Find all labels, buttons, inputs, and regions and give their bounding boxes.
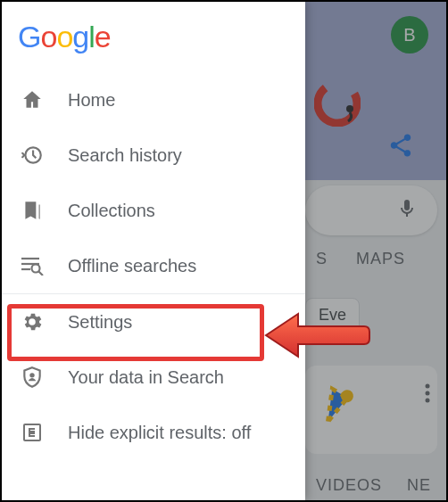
menu-hide-explicit[interactable]: Hide explicit results: off [2, 405, 305, 460]
menu-collections[interactable]: Collections [2, 183, 305, 238]
menu-your-data[interactable]: Your data in Search [2, 350, 305, 405]
svg-point-10 [32, 265, 40, 273]
menu-label: Search history [68, 145, 182, 166]
navigation-drawer: Google Home Search history Collections [2, 2, 305, 500]
menu-settings[interactable]: Settings [2, 294, 305, 350]
menu-label: Hide explicit results: off [68, 423, 251, 443]
offline-searches-icon [20, 253, 45, 278]
svg-line-11 [39, 272, 44, 276]
menu-label: Settings [68, 312, 132, 333]
menu-label: Home [68, 90, 115, 111]
google-logo: Google [2, 12, 305, 72]
home-icon [20, 87, 45, 112]
collections-icon [20, 198, 45, 223]
menu-home[interactable]: Home [2, 72, 305, 128]
gear-icon [20, 309, 45, 334]
svg-point-12 [29, 373, 34, 377]
menu-label: Your data in Search [68, 367, 224, 388]
menu-search-history[interactable]: Search history [2, 128, 305, 183]
explicit-icon [20, 420, 45, 445]
menu-offline-searches[interactable]: Offline searches [2, 238, 305, 293]
menu-label: Offline searches [68, 256, 196, 276]
history-icon [20, 143, 45, 168]
privacy-shield-icon [20, 365, 45, 390]
menu-label: Collections [68, 201, 155, 221]
